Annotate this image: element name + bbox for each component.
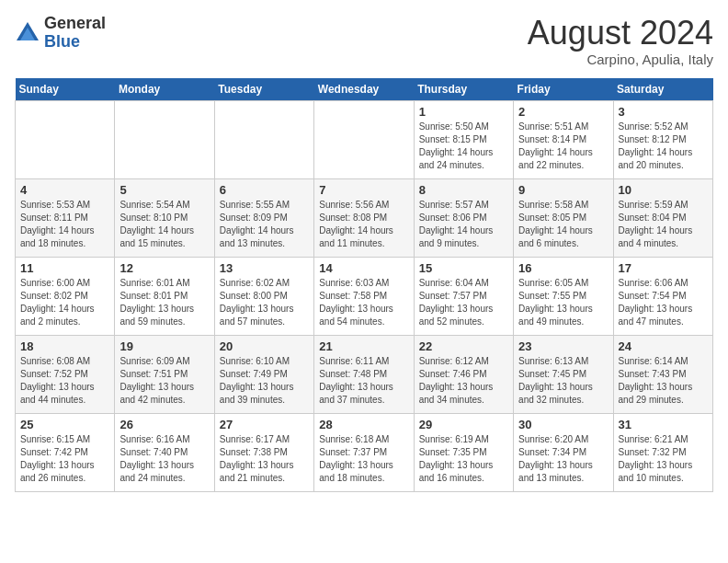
day-number: 31 [619,418,708,431]
day-info: Sunrise: 6:00 AM Sunset: 8:02 PM Dayligh… [20,277,109,328]
calendar-cell: 30Sunrise: 6:20 AM Sunset: 7:34 PM Dayli… [514,413,613,491]
day-number: 4 [20,183,109,197]
calendar-cell: 29Sunrise: 6:19 AM Sunset: 7:35 PM Dayli… [414,413,513,491]
day-number: 24 [619,339,708,353]
day-info: Sunrise: 6:12 AM Sunset: 7:46 PM Dayligh… [419,355,508,407]
day-number: 20 [220,339,309,353]
day-number: 6 [220,183,309,197]
calendar-cell: 11Sunrise: 6:00 AM Sunset: 8:02 PM Dayli… [16,257,115,335]
calendar-cell: 18Sunrise: 6:08 AM Sunset: 7:52 PM Dayli… [16,335,115,413]
day-number: 8 [419,183,508,197]
calendar-cell [16,100,115,178]
logo: General Blue [15,15,106,52]
calendar-cell: 19Sunrise: 6:09 AM Sunset: 7:51 PM Dayli… [115,335,214,413]
calendar-cell: 21Sunrise: 6:11 AM Sunset: 7:48 PM Dayli… [314,335,414,413]
logo-icon [15,20,40,46]
calendar-cell: 13Sunrise: 6:02 AM Sunset: 8:00 PM Dayli… [214,257,313,335]
day-info: Sunrise: 6:01 AM Sunset: 8:01 PM Dayligh… [119,277,209,328]
day-info: Sunrise: 6:11 AM Sunset: 7:48 PM Dayligh… [319,355,408,407]
day-number: 2 [518,105,608,119]
day-number: 12 [119,261,209,275]
day-info: Sunrise: 5:55 AM Sunset: 8:09 PM Dayligh… [220,199,309,250]
day-info: Sunrise: 6:04 AM Sunset: 7:57 PM Dayligh… [419,277,508,328]
day-number: 26 [119,418,209,431]
calendar-cell: 15Sunrise: 6:04 AM Sunset: 7:57 PM Dayli… [414,257,513,335]
calendar-cell: 23Sunrise: 6:13 AM Sunset: 7:45 PM Dayli… [514,335,613,413]
calendar-cell: 8Sunrise: 5:57 AM Sunset: 8:06 PM Daylig… [414,178,513,257]
day-info: Sunrise: 5:52 AM Sunset: 8:12 PM Dayligh… [619,121,708,172]
calendar-cell: 1Sunrise: 5:50 AM Sunset: 8:15 PM Daylig… [414,100,513,178]
day-number: 23 [518,339,608,353]
day-number: 5 [119,183,209,197]
day-info: Sunrise: 6:06 AM Sunset: 7:54 PM Dayligh… [619,277,708,328]
day-info: Sunrise: 6:14 AM Sunset: 7:43 PM Dayligh… [619,355,708,407]
calendar-cell: 27Sunrise: 6:17 AM Sunset: 7:38 PM Dayli… [214,413,313,491]
day-of-week-header: Thursday [414,78,513,101]
location-subtitle: Carpino, Apulia, Italy [528,52,713,67]
calendar-cell: 28Sunrise: 6:18 AM Sunset: 7:37 PM Dayli… [314,413,414,491]
calendar-cell: 3Sunrise: 5:52 AM Sunset: 8:12 PM Daylig… [613,100,712,178]
day-number: 16 [518,261,608,275]
day-number: 21 [319,339,408,353]
day-info: Sunrise: 6:21 AM Sunset: 7:32 PM Dayligh… [619,433,708,485]
day-of-week-header: Wednesday [314,78,414,101]
day-number: 17 [619,261,708,275]
day-info: Sunrise: 6:13 AM Sunset: 7:45 PM Dayligh… [518,355,608,407]
calendar-cell: 22Sunrise: 6:12 AM Sunset: 7:46 PM Dayli… [414,335,513,413]
calendar-cell: 2Sunrise: 5:51 AM Sunset: 8:14 PM Daylig… [514,100,613,178]
day-number: 22 [419,339,508,353]
calendar-cell: 31Sunrise: 6:21 AM Sunset: 7:32 PM Dayli… [613,413,712,491]
logo-general-text: General [44,14,106,32]
day-number: 14 [319,261,408,275]
day-info: Sunrise: 6:16 AM Sunset: 7:40 PM Dayligh… [119,433,209,485]
calendar-cell [314,100,414,178]
day-of-week-header: Saturday [613,78,712,101]
day-number: 29 [419,418,508,431]
title-block: August 2024 Carpino, Apulia, Italy [528,15,713,67]
day-of-week-header: Sunday [16,78,115,101]
day-info: Sunrise: 6:17 AM Sunset: 7:38 PM Dayligh… [220,433,309,485]
day-number: 9 [518,183,608,197]
day-number: 3 [619,105,708,119]
day-number: 30 [518,418,608,431]
day-info: Sunrise: 5:56 AM Sunset: 8:08 PM Dayligh… [319,199,408,250]
calendar-cell: 14Sunrise: 6:03 AM Sunset: 7:58 PM Dayli… [314,257,414,335]
day-number: 28 [319,418,408,431]
day-number: 11 [20,261,109,275]
month-title: August 2024 [528,15,713,52]
calendar-cell: 10Sunrise: 5:59 AM Sunset: 8:04 PM Dayli… [613,178,712,257]
calendar-cell: 16Sunrise: 6:05 AM Sunset: 7:55 PM Dayli… [514,257,613,335]
day-info: Sunrise: 6:18 AM Sunset: 7:37 PM Dayligh… [319,433,408,485]
day-info: Sunrise: 6:03 AM Sunset: 7:58 PM Dayligh… [319,277,408,328]
day-number: 18 [20,339,109,353]
day-number: 25 [20,418,109,431]
calendar-cell: 9Sunrise: 5:58 AM Sunset: 8:05 PM Daylig… [514,178,613,257]
day-info: Sunrise: 5:59 AM Sunset: 8:04 PM Dayligh… [619,199,708,250]
day-info: Sunrise: 6:19 AM Sunset: 7:35 PM Dayligh… [419,433,508,485]
calendar-table: SundayMondayTuesdayWednesdayThursdayFrid… [15,78,713,492]
day-number: 13 [220,261,309,275]
day-of-week-header: Tuesday [214,78,313,101]
day-info: Sunrise: 6:20 AM Sunset: 7:34 PM Dayligh… [518,433,608,485]
calendar-cell: 12Sunrise: 6:01 AM Sunset: 8:01 PM Dayli… [115,257,214,335]
calendar-cell: 20Sunrise: 6:10 AM Sunset: 7:49 PM Dayli… [214,335,313,413]
day-of-week-header: Monday [115,78,214,101]
page-header: General Blue August 2024 Carpino, Apulia… [15,15,713,67]
logo-blue-text: Blue [44,32,80,51]
calendar-cell [115,100,214,178]
calendar-cell [214,100,313,178]
calendar-cell: 5Sunrise: 5:54 AM Sunset: 8:10 PM Daylig… [115,178,214,257]
day-number: 1 [419,105,508,119]
calendar-cell: 6Sunrise: 5:55 AM Sunset: 8:09 PM Daylig… [214,178,313,257]
calendar-cell: 25Sunrise: 6:15 AM Sunset: 7:42 PM Dayli… [16,413,115,491]
day-info: Sunrise: 5:51 AM Sunset: 8:14 PM Dayligh… [518,121,608,172]
day-number: 7 [319,183,408,197]
day-info: Sunrise: 6:02 AM Sunset: 8:00 PM Dayligh… [220,277,309,328]
day-info: Sunrise: 5:58 AM Sunset: 8:05 PM Dayligh… [518,199,608,250]
day-info: Sunrise: 5:53 AM Sunset: 8:11 PM Dayligh… [20,199,109,250]
day-of-week-header: Friday [514,78,613,101]
day-number: 19 [119,339,209,353]
calendar-cell: 7Sunrise: 5:56 AM Sunset: 8:08 PM Daylig… [314,178,414,257]
day-number: 15 [419,261,508,275]
calendar-cell: 26Sunrise: 6:16 AM Sunset: 7:40 PM Dayli… [115,413,214,491]
